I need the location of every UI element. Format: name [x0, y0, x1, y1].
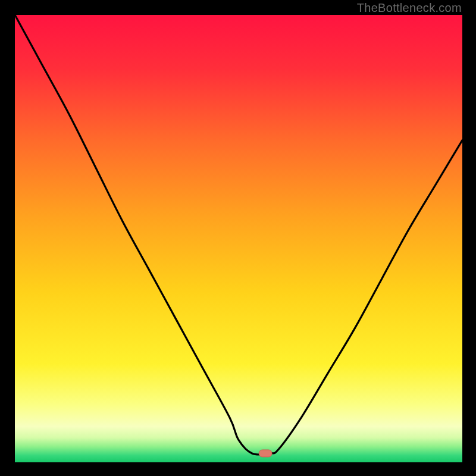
plot-area: [15, 15, 462, 462]
optimum-marker: [259, 450, 272, 457]
watermark-text: TheBottleneck.com: [357, 1, 462, 15]
chart-frame: TheBottleneck.com: [0, 0, 476, 476]
curve-layer: [15, 15, 462, 462]
bottleneck-curve: [15, 15, 462, 455]
